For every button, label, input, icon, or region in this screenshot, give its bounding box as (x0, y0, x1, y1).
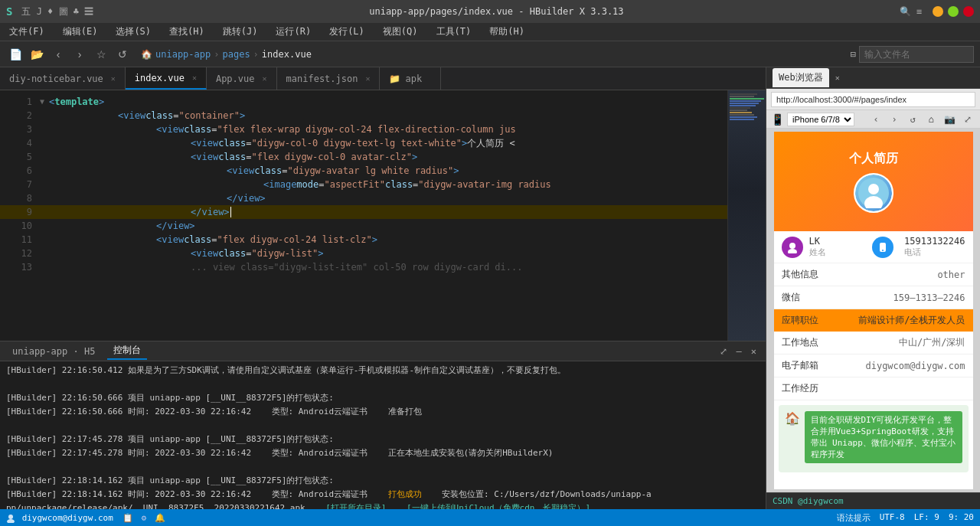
file-search-input[interactable] (859, 46, 974, 63)
svg-point-1 (868, 184, 879, 194)
tab-app-close[interactable]: ✕ (263, 74, 267, 83)
svg-point-6 (882, 250, 884, 251)
bookmark-button[interactable]: ☆ (92, 45, 110, 64)
console-close-btn[interactable]: ✕ (748, 345, 760, 358)
forward-nav-btn[interactable]: › (887, 112, 902, 127)
menu-file[interactable]: 文件(F) (6, 24, 47, 40)
section-email-value: diygwcom@diygw.com (865, 361, 965, 371)
menu-select[interactable]: 选择(S) (113, 24, 154, 40)
code-editor: 1 ▼ <template> 2 · <view class="containe… (0, 90, 766, 341)
section-job: 应聘职位 前端设计师/全栈开发人员 (774, 309, 973, 332)
open-file-button[interactable]: 📂 (28, 45, 46, 64)
refresh-button[interactable]: ↺ (113, 45, 132, 64)
tab-index-close[interactable]: ✕ (192, 74, 197, 82)
breadcrumb-project[interactable]: uniapp-app (155, 49, 211, 60)
code-lines[interactable]: 1 ▼ <template> 2 · <view class="containe… (0, 90, 727, 341)
code-line-8: 8 · </view> (0, 191, 727, 205)
new-file-button[interactable]: 📄 (6, 45, 24, 64)
expand-btn[interactable]: ⤢ (960, 112, 975, 127)
refresh-nav-btn[interactable]: ↺ (905, 112, 920, 127)
avatar-svg (858, 178, 889, 208)
tab-manifest[interactable]: manifest.json ✕ (277, 67, 381, 90)
browser-url-input[interactable] (771, 92, 975, 107)
svg-point-4 (788, 249, 797, 253)
console-line-5: [HBuilder] 22:17:45.278 时间: 2022-03-30 2… (6, 447, 760, 459)
window-controls: 🔍 ≡ (900, 6, 974, 17)
console-content[interactable]: [HBuilder] 22:16:50.412 如果是为了三方SDK调试，请使用… (0, 361, 766, 509)
breadcrumb-file: index.vue (262, 49, 312, 60)
console-line-spacer1 (6, 378, 760, 390)
tab-index-label: index.vue (135, 73, 185, 83)
tab-apk[interactable]: 📁 apk (380, 67, 441, 90)
tab-app[interactable]: App.vue ✕ (207, 67, 277, 90)
menu-edit[interactable]: 编辑(E) (60, 24, 101, 40)
fold-1[interactable]: ▼ (40, 95, 47, 109)
console-collapse-btn[interactable]: — (733, 345, 745, 358)
phone-preview: 个人简历 (774, 132, 973, 489)
back-button[interactable]: ‹ (49, 45, 67, 64)
device-selector[interactable]: iPhone 6/7/8 iPhone X Galaxy S5 (787, 113, 854, 126)
close-button[interactable] (963, 6, 974, 17)
menu-jump[interactable]: 跳转(J) (220, 24, 261, 40)
upload-link[interactable]: [一键上传到UniCloud（免费cdn，长期稳定）] (407, 503, 590, 509)
menu-publish[interactable]: 发行(L) (326, 24, 368, 40)
breadcrumb-folder[interactable]: pages (222, 49, 250, 60)
filter-icon: ⊟ (851, 49, 856, 60)
home-nav-btn[interactable]: ⌂ (923, 112, 939, 127)
preview-area: 个人简历 (766, 129, 980, 492)
status-line: LF: 9 (914, 512, 939, 524)
avatar-img (855, 175, 892, 211)
section-experience: 工作经历 (774, 377, 973, 400)
code-line-3: 3 · <view class="flex flex-wrap diygw-co… (0, 123, 727, 136)
tab-index[interactable]: index.vue ✕ (126, 67, 207, 90)
menu-tools[interactable]: 工具(T) (433, 24, 475, 40)
menu-view[interactable]: 视图(Q) (380, 24, 421, 40)
console-line-spacer2 (6, 420, 760, 432)
code-line-12: 12 · <view class="diygw-list" > (0, 247, 727, 260)
open-dir-link[interactable]: [打开所在目录] (325, 503, 386, 509)
breadcrumb-sep1: › (214, 49, 219, 60)
console-line-4: [HBuilder] 22:17:45.278 项目 uniapp-app [_… (6, 433, 760, 446)
avatar-circle (854, 173, 893, 213)
csdn-link[interactable]: CSDN @diygwcom (773, 496, 844, 506)
main-area: diy-noticebar.vue ✕ index.vue ✕ App.vue … (0, 67, 980, 509)
title-bar-title: uniapp-app/pages/index.vue - HBuilder X … (93, 6, 899, 17)
name-content: LK 姓名 (809, 236, 867, 258)
phone-label: 电话 (904, 247, 965, 258)
console-area: uniapp-app · H5 控制台 ⤢ — ✕ [HBuilder] 22:… (0, 341, 766, 509)
breadcrumb-root-icon: 🏠 (141, 49, 152, 60)
code-line-5: 5 · <view class="flex diygw-col-0 avatar… (0, 150, 727, 164)
console-expand-btn[interactable]: ⤢ (717, 345, 730, 358)
console-tab-uniapp[interactable]: uniapp-app · H5 (6, 345, 101, 358)
status-icons: 📋 ⚙ 🔔 (122, 513, 165, 523)
status-right: 语法提示 UTF-8 LF: 9 9: 20 (837, 512, 974, 524)
title-bar-left: S 五 J ♦ 圖 ♣ ☰ (6, 5, 93, 18)
toolbar-right: ⊟ (851, 46, 974, 63)
browser-tab-web[interactable]: Web浏览器 (773, 68, 829, 87)
browser-tab-close[interactable]: ✕ (835, 74, 840, 82)
breadcrumb: 🏠 uniapp-app › pages › index.vue (141, 49, 312, 60)
menu-help[interactable]: 帮助(H) (486, 24, 528, 40)
forward-button[interactable]: › (70, 45, 89, 64)
console-line-3: [HBuilder] 22:16:50.666 时间: 2022-03-30 2… (6, 406, 760, 418)
maximize-button[interactable] (948, 6, 959, 17)
phone-content: 15913132246 电话 (904, 236, 965, 258)
tab-manifest-close[interactable]: ✕ (365, 74, 370, 83)
back-nav-btn[interactable]: ‹ (868, 112, 884, 127)
screenshot-btn[interactable]: 📷 (942, 112, 957, 127)
browser-nav (766, 89, 980, 110)
tab-diy-noticebar[interactable]: diy-noticebar.vue ✕ (0, 67, 126, 90)
console-tab-output[interactable]: 控制台 (107, 342, 147, 360)
console-line-6: [HBuilder] 22:18:14.162 项目 uniapp-app [_… (6, 475, 760, 487)
menu-find[interactable]: 查找(H) (166, 24, 207, 40)
status-bar: diygwcom@diygw.com 📋 ⚙ 🔔 语法提示 UTF-8 LF: … (0, 509, 980, 526)
section-other: 其他信息 other (774, 263, 973, 286)
menu-run[interactable]: 运行(R) (273, 24, 314, 40)
console-actions: ⤢ — ✕ (717, 345, 760, 358)
tab-diy-noticebar-close[interactable]: ✕ (111, 74, 116, 83)
status-grammar: 语法提示 (837, 512, 871, 524)
console-line-8: pp/unpackage/release/apk/__UNI__88372F5_… (6, 502, 760, 509)
name-label: 姓名 (809, 247, 867, 258)
minimize-button[interactable] (933, 6, 943, 17)
code-line-11: 11 · <view class="flex diygw-col-24 list… (0, 233, 727, 247)
